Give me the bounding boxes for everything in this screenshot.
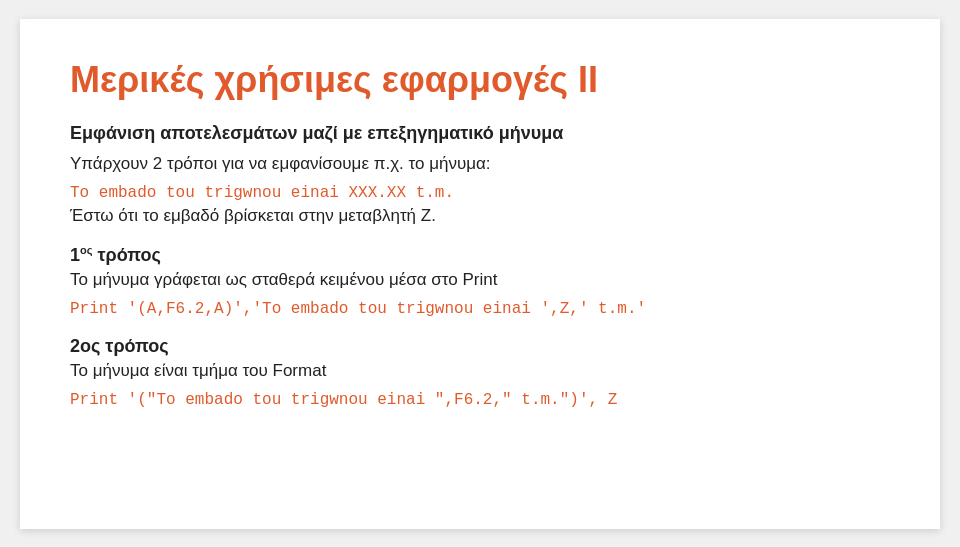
section-heading: Εμφάνιση αποτελεσμάτων μαζί με επεξηγημα… <box>70 123 890 144</box>
code-example-1: To embado tou trigwnou einai XXX.XX t.m. <box>70 184 890 202</box>
method1-desc: Το μήνυμα γράφεται ως σταθερά κειμένου μ… <box>70 270 890 290</box>
method2-title: 2ος τρόπος <box>70 336 890 357</box>
slide: Μερικές χρήσιμες εφαρμογές ΙΙ Εμφάνιση α… <box>20 19 940 529</box>
code-example-2: Print '(A,F6.2,A)','To embado tou trigwn… <box>70 300 890 318</box>
method2-desc: Το μήνυμα είναι τμήμα του Format <box>70 361 890 381</box>
code-example-3: Print '("To embado tou trigwnou einai ",… <box>70 391 890 409</box>
slide-title: Μερικές χρήσιμες εφαρμογές ΙΙ <box>70 59 890 101</box>
method1-title: 1ος τρόπος <box>70 244 890 266</box>
intro-text: Υπάρχουν 2 τρόποι για να εμφανίσουμε π.χ… <box>70 154 890 174</box>
variable-note: Έστω ότι το εμβαδό βρίσκεται στην μεταβλ… <box>70 206 890 226</box>
